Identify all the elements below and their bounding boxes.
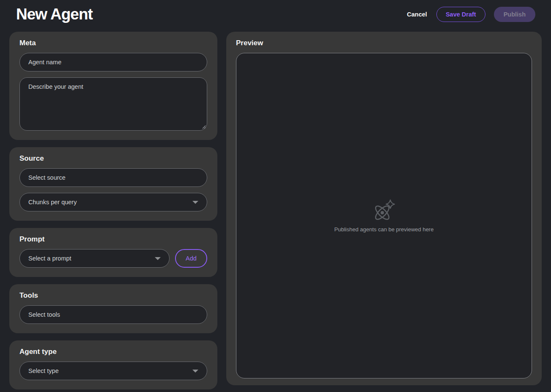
prompt-select-value: Select a prompt	[28, 255, 71, 262]
resize-handle-icon[interactable]	[201, 124, 206, 129]
agent-type-select[interactable]: Select type	[19, 362, 207, 380]
page-header: New Agent Cancel Save Draft Publish	[0, 0, 551, 29]
dropdown-caret-icon	[192, 201, 198, 204]
dropdown-caret-icon	[155, 257, 161, 260]
prompt-card-title: Prompt	[19, 235, 207, 244]
tools-card: Tools	[9, 284, 217, 333]
page-title: New Agent	[16, 5, 93, 23]
prompt-select[interactable]: Select a prompt	[19, 249, 170, 268]
chunks-per-query-value: Chunks per query	[28, 199, 77, 206]
select-source-input[interactable]	[19, 168, 207, 187]
agent-description-field	[19, 77, 207, 131]
agent-type-card-title: Agent type	[19, 348, 207, 356]
preview-card-title: Preview	[236, 39, 532, 47]
preview-empty-message: Published agents can be previewed here	[334, 226, 434, 233]
form-column: Meta Source Chunks per query	[9, 32, 217, 385]
content-area: Meta Source Chunks per query	[0, 29, 551, 392]
source-fields: Chunks per query	[19, 168, 207, 211]
chunks-per-query-select[interactable]: Chunks per query	[19, 193, 207, 211]
meta-fields	[19, 53, 207, 131]
header-actions: Cancel Save Draft Publish	[406, 7, 535, 22]
preview-card: Preview Published agents can be previewe…	[226, 32, 542, 385]
dropdown-caret-icon	[192, 370, 198, 373]
publish-button[interactable]: Publish	[494, 7, 535, 22]
atom-sparkle-icon	[372, 199, 396, 222]
source-card: Source Chunks per query	[9, 147, 217, 221]
agent-description-input[interactable]	[19, 77, 207, 131]
agent-type-card: Agent type Select type	[9, 340, 217, 389]
preview-panel: Published agents can be previewed here	[236, 53, 532, 378]
cancel-button[interactable]: Cancel	[406, 8, 428, 21]
agent-type-select-value: Select type	[28, 367, 59, 374]
prompt-fields: Select a prompt Add	[19, 249, 207, 268]
meta-card: Meta	[9, 32, 217, 140]
agent-name-input[interactable]	[19, 53, 207, 71]
select-tools-input[interactable]	[19, 305, 207, 324]
tools-card-title: Tools	[19, 291, 207, 300]
source-card-title: Source	[19, 154, 207, 163]
prompt-card: Prompt Select a prompt Add	[9, 228, 217, 277]
add-prompt-button[interactable]: Add	[175, 249, 207, 268]
meta-card-title: Meta	[19, 39, 207, 47]
save-draft-button[interactable]: Save Draft	[436, 7, 485, 22]
